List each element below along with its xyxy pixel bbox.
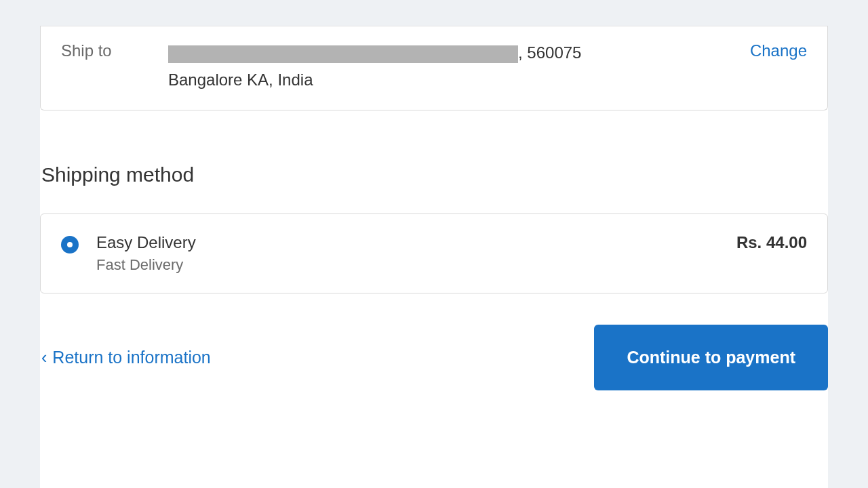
shipping-option-name: Easy Delivery: [96, 233, 736, 252]
shipping-option-info: Easy Delivery Fast Delivery: [96, 233, 736, 274]
return-to-information-link[interactable]: ‹ Return to information: [41, 348, 211, 367]
ship-to-label: Ship to: [61, 41, 168, 60]
shipping-option-sub: Fast Delivery: [96, 256, 736, 274]
footer-actions: ‹ Return to information Continue to paym…: [40, 325, 828, 390]
checkout-card: Ship to , 560075 Bangalore KA, India Cha…: [40, 26, 828, 488]
ship-to-city: Bangalore KA, India: [168, 68, 736, 92]
shipping-option-price: Rs. 44.00: [736, 233, 807, 252]
ship-to-postal: , 560075: [518, 43, 581, 62]
shipping-option[interactable]: Easy Delivery Fast Delivery Rs. 44.00: [40, 214, 828, 293]
ship-to-value: , 560075 Bangalore KA, India: [168, 41, 736, 91]
return-link-label: Return to information: [52, 348, 210, 367]
continue-to-payment-button[interactable]: Continue to payment: [594, 325, 828, 390]
shipping-method-title: Shipping method: [40, 163, 828, 186]
redacted-address: [168, 45, 518, 63]
radio-selected-icon[interactable]: [61, 236, 79, 253]
ship-to-row: Ship to , 560075 Bangalore KA, India Cha…: [41, 26, 827, 110]
change-address-link[interactable]: Change: [750, 41, 807, 60]
chevron-left-icon: ‹: [41, 349, 47, 366]
ship-to-box: Ship to , 560075 Bangalore KA, India Cha…: [40, 26, 828, 110]
